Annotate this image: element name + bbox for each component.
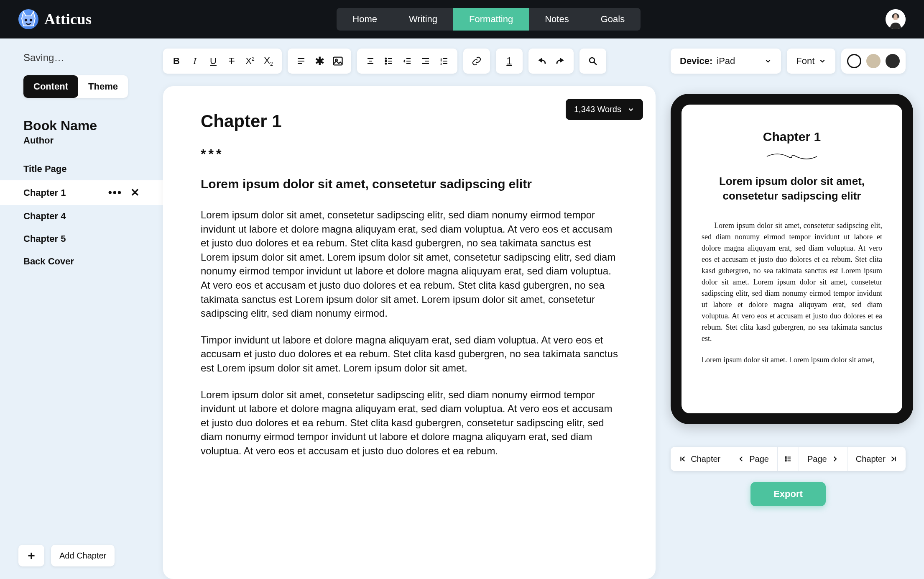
toolbar-group-text-style: B I U T X2 X2 [163, 49, 282, 74]
sidebar-item-title-page[interactable]: Title Page [0, 158, 163, 180]
drop-cap-button[interactable]: 1 [500, 52, 518, 70]
add-button[interactable]: + [18, 545, 44, 566]
paragraph: Lorem ipsum dolor sit amet, consetetur s… [201, 388, 618, 458]
align-right-button[interactable] [416, 52, 435, 70]
sidebar-item-chapter-1[interactable]: Chapter 1 ••• ✕ [0, 180, 163, 205]
toolbar-group-paragraph: 123 [357, 49, 457, 74]
align-button[interactable] [292, 52, 310, 70]
sidebar-tabs: Content Theme [23, 75, 128, 98]
strikethrough-button[interactable]: T [222, 52, 241, 70]
chapter-subheading: Lorem ipsum dolor sit amet, consetetur s… [201, 177, 618, 191]
user-avatar[interactable] [886, 9, 906, 29]
preview-paragraph: Lorem ipsum dolor sit amet, consetetur s… [702, 220, 882, 344]
sidebar: Saving… Content Theme Book Name Author T… [0, 38, 163, 579]
nav-home[interactable]: Home [337, 8, 393, 31]
redo-button[interactable] [551, 52, 569, 70]
nav-formatting[interactable]: Formatting [453, 8, 529, 31]
sidebar-item-label: Chapter 1 [23, 187, 66, 198]
paragraph: Lorem ipsum dolor sit amet, consetetur s… [201, 208, 618, 320]
theme-sepia[interactable] [866, 54, 881, 68]
nav-writing[interactable]: Writing [393, 8, 453, 31]
bold-button[interactable]: B [167, 52, 186, 70]
chevron-left-icon [738, 455, 745, 463]
add-chapter-button[interactable]: Add Chapter [51, 545, 115, 566]
word-count-badge[interactable]: 1,343 Words [566, 99, 643, 120]
nav-notes[interactable]: Notes [529, 8, 585, 31]
book-author: Author [0, 133, 163, 158]
paragraph: Timpor invidunt ut labore et dolore magn… [201, 333, 618, 375]
image-button[interactable] [329, 52, 347, 70]
device-select[interactable]: Device: iPad [671, 49, 781, 74]
preview-paragraph: Lorem ipsum dolor sit amet. Lorem ipsum … [702, 354, 882, 366]
toc-button[interactable] [778, 447, 799, 471]
sidebar-item-chapter-5[interactable]: Chapter 5 [0, 228, 163, 250]
chevron-down-icon [819, 57, 826, 65]
chevron-down-icon [627, 106, 635, 113]
sidebar-item-back-cover[interactable]: Back Cover [0, 250, 163, 273]
svg-point-16 [385, 63, 387, 64]
sidebar-item-label: Title Page [23, 164, 67, 174]
next-chapter-button[interactable]: Chapter [847, 447, 906, 471]
scene-break-button[interactable]: ✱ [310, 52, 329, 70]
font-label: Font [796, 56, 814, 67]
toolbar-group-link [463, 49, 490, 74]
export-button[interactable]: Export [750, 482, 826, 506]
chapter-title: Chapter 1 [201, 111, 618, 131]
chevron-down-icon [764, 57, 772, 65]
app-logo[interactable]: Atticus [18, 9, 92, 29]
nav-label: Page [807, 454, 827, 464]
toolbar-group-insert: ✱ [288, 49, 351, 74]
theme-light[interactable] [847, 54, 861, 68]
app-name: Atticus [44, 10, 92, 28]
svg-point-33 [786, 456, 786, 457]
outdent-button[interactable] [398, 52, 416, 70]
device-preview-screen: Chapter 1 Lorem ipsum dolor sit amet, co… [682, 105, 902, 413]
svg-point-37 [786, 460, 786, 461]
superscript-button[interactable]: X2 [241, 52, 259, 70]
toolbar-group-history [528, 49, 574, 74]
book-title: Book Name [0, 118, 163, 133]
last-icon [890, 455, 897, 463]
align-center-button[interactable] [361, 52, 380, 70]
font-select[interactable]: Font [787, 49, 835, 74]
undo-button[interactable] [533, 52, 551, 70]
tab-theme[interactable]: Theme [78, 75, 128, 98]
sidebar-item-label: Chapter 4 [23, 211, 66, 222]
device-value: iPad [717, 56, 735, 67]
svg-point-35 [786, 459, 786, 459]
link-button[interactable] [467, 52, 486, 70]
svg-text:3: 3 [440, 62, 442, 66]
chevron-right-icon [831, 455, 839, 463]
nav-label: Chapter [856, 454, 886, 464]
sidebar-item-label: Back Cover [23, 256, 74, 267]
saving-status: Saving… [0, 52, 163, 75]
preview-chapter-title: Chapter 1 [702, 130, 882, 144]
tab-content[interactable]: Content [23, 75, 78, 98]
prev-chapter-button[interactable]: Chapter [671, 447, 729, 471]
first-icon [679, 455, 687, 463]
device-label: Device: [680, 56, 712, 67]
more-icon[interactable]: ••• [108, 186, 122, 199]
editor-document[interactable]: 1,343 Words Chapter 1 *** Lorem ipsum do… [163, 86, 656, 579]
nav-goals[interactable]: Goals [585, 8, 641, 31]
prev-page-button[interactable]: Page [729, 447, 778, 471]
search-button[interactable] [584, 52, 602, 70]
theme-color-group [841, 49, 906, 74]
close-icon[interactable]: ✕ [130, 186, 140, 199]
theme-dark[interactable] [886, 54, 900, 68]
italic-button[interactable]: I [186, 52, 204, 70]
sidebar-item-chapter-4[interactable]: Chapter 4 [0, 205, 163, 228]
toolbar-group-search [579, 49, 606, 74]
nav-label: Chapter [691, 454, 720, 464]
underline-button[interactable]: U [204, 52, 222, 70]
bullet-list-button[interactable] [380, 52, 398, 70]
scene-break: *** [201, 146, 618, 162]
next-page-button[interactable]: Page [799, 447, 847, 471]
editor-column: B I U T X2 X2 ✱ 123 [163, 38, 661, 579]
svg-point-1 [30, 19, 32, 21]
numbered-list-button[interactable]: 123 [435, 52, 453, 70]
subscript-button[interactable]: X2 [259, 52, 278, 70]
preview-column: Device: iPad Font Chapter 1 Lorem ipsum … [661, 38, 924, 579]
sidebar-item-label: Chapter 5 [23, 233, 66, 244]
svg-point-14 [385, 61, 387, 62]
